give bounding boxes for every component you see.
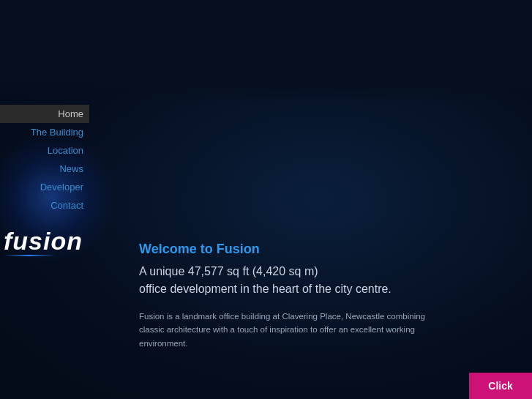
click-button[interactable]: Click: [469, 373, 532, 399]
sidebar-nav: Home The Building Location News Develope…: [0, 0, 89, 399]
nav-item-contact[interactable]: Contact: [0, 196, 89, 215]
nav-item-location[interactable]: Location: [0, 141, 89, 160]
subtitle-line1: A unique 47,577 sq ft (4,420 sq m): [139, 265, 318, 277]
nav-item-news[interactable]: News: [0, 160, 89, 178]
logo-underline: [4, 255, 55, 256]
welcome-body: Fusion is a landmark office building at …: [139, 310, 446, 350]
main-content: Welcome to Fusion A unique 47,577 sq ft …: [139, 242, 517, 350]
logo: fusion: [4, 228, 83, 256]
welcome-subtitle: A unique 47,577 sq ft (4,420 sq m) offic…: [139, 263, 517, 298]
nav-item-developer[interactable]: Developer: [0, 178, 89, 196]
nav-item-home[interactable]: Home: [0, 105, 89, 123]
nav-menu: Home The Building Location News Develope…: [0, 105, 89, 215]
logo-text: fusion: [4, 228, 83, 253]
nav-item-building[interactable]: The Building: [0, 123, 89, 141]
welcome-title: Welcome to Fusion: [139, 242, 517, 257]
subtitle-line2: office development in the heart of the c…: [139, 283, 391, 295]
